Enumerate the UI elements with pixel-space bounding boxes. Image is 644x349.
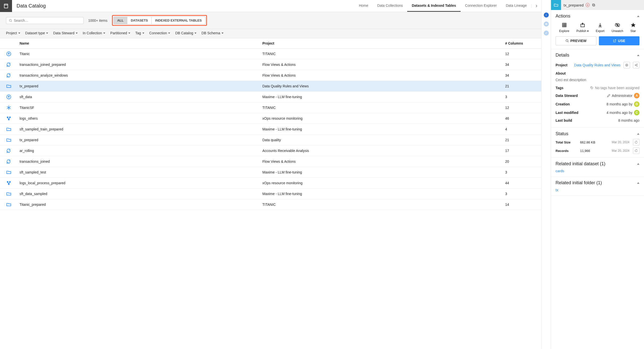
- type-filter-datasets[interactable]: DATASETS: [127, 17, 152, 24]
- action-unwatch[interactable]: Unwatch: [612, 22, 623, 33]
- related-dataset-link[interactable]: cards: [556, 169, 639, 173]
- collapse-related-folder-icon[interactable]: [637, 182, 639, 184]
- filter-tag[interactable]: Tag: [135, 31, 144, 35]
- svg-marker-41: [631, 23, 635, 27]
- column-header-project[interactable]: Project: [262, 41, 505, 45]
- table-row[interactable]: sft_data_sampledMaxime - LLM fine-tuning…: [0, 189, 541, 199]
- row-columns: 21: [505, 84, 535, 88]
- filter-connection[interactable]: Connection: [149, 31, 170, 35]
- project-label: Project: [556, 63, 567, 67]
- status-error-icon[interactable]: ✕: [586, 3, 590, 7]
- panel-title: tx_prepared: [564, 3, 584, 7]
- column-header-name[interactable]: Name: [20, 41, 262, 45]
- modified-value: 4 months ago by: [606, 111, 632, 115]
- svg-line-23: [8, 183, 9, 184]
- collapse-actions-icon[interactable]: [637, 16, 639, 17]
- svg-line-43: [568, 41, 568, 42]
- nav-tab-home[interactable]: Home: [354, 0, 373, 12]
- steward-value: Administrator: [612, 94, 632, 98]
- search-icon: [565, 39, 569, 43]
- nav-tab-connection-explorer[interactable]: Connection Explorer: [461, 0, 501, 12]
- use-button[interactable]: USE: [599, 36, 640, 45]
- project-link[interactable]: Data Quality Rules and Views: [574, 63, 620, 67]
- table-row[interactable]: logs_othersxOps resource monitoring46: [0, 113, 541, 124]
- filter-db-schema[interactable]: DB Schema: [201, 31, 224, 35]
- target-icon[interactable]: [623, 62, 630, 68]
- row-columns: 3: [505, 192, 535, 196]
- creation-label: Creation: [556, 102, 570, 106]
- table-row[interactable]: transactions_joined_preparedFlow Views &…: [0, 59, 541, 70]
- filter-in-collection[interactable]: In Collection: [83, 31, 105, 35]
- table-row[interactable]: logs_local_process_preparedxOps resource…: [0, 178, 541, 189]
- avatar-d[interactable]: D: [634, 101, 639, 107]
- collapse-panel-button[interactable]: [531, 4, 541, 8]
- table-row[interactable]: sft_dataMaxime - LLM fine-tuning3: [0, 92, 541, 102]
- related-folder-link[interactable]: tx: [556, 188, 639, 192]
- avatar-c[interactable]: C: [634, 110, 639, 115]
- upload-circle-icon: [6, 51, 20, 57]
- table-row[interactable]: TitanicTITANIC12: [0, 49, 541, 59]
- svg-line-17: [9, 118, 10, 119]
- row-name: logs_others: [20, 116, 262, 120]
- search-input[interactable]: [14, 19, 81, 23]
- filter-db-catalog[interactable]: DB Catalog: [175, 31, 196, 35]
- preview-button[interactable]: PREVIEW: [556, 36, 596, 45]
- refresh-records-button[interactable]: [633, 147, 639, 154]
- app-logo[interactable]: [0, 0, 12, 12]
- folder-icon: [6, 169, 20, 175]
- svg-rect-30: [562, 23, 566, 27]
- share-icon[interactable]: [633, 62, 639, 68]
- type-filter-all[interactable]: ALL: [114, 17, 127, 24]
- collapse-status-icon[interactable]: [637, 133, 639, 135]
- row-columns: 3: [505, 95, 535, 99]
- side-tab-list[interactable]: [544, 22, 549, 27]
- svg-rect-0: [4, 4, 8, 8]
- nav-tab-datasets-indexed-tables[interactable]: Datasets & Indexed Tables: [407, 0, 460, 12]
- nav-tab-data-lineage[interactable]: Data Lineage: [501, 0, 531, 12]
- row-project: Maxime - LLM fine-tuning: [262, 95, 505, 99]
- table-row[interactable]: tx_preparedData Quality Rules and Views2…: [0, 81, 541, 92]
- table-row[interactable]: sft_sampled_testMaxime - LLM fine-tuning…: [0, 167, 541, 178]
- table-row[interactable]: transactions_analyze_windowsFlow Views &…: [0, 70, 541, 81]
- type-filter-highlight: ALLDATASETSINDEXED EXTERNAL TABLES: [112, 15, 207, 26]
- action-explore[interactable]: Explore: [559, 22, 569, 33]
- svg-line-3: [11, 21, 12, 22]
- table-row[interactable]: TitanicSFTITANIC12: [0, 102, 541, 113]
- search-icon: [9, 19, 12, 22]
- table-row[interactable]: transactions_joinedFlow Views & Actions2…: [0, 156, 541, 167]
- edit-icon[interactable]: [607, 94, 610, 97]
- side-tab-info[interactable]: i: [544, 13, 549, 18]
- svg-line-44: [615, 40, 616, 41]
- table-row[interactable]: Titanic_preparedTITANIC14: [0, 199, 541, 210]
- row-project: Flow Views & Actions: [262, 63, 505, 67]
- collapse-related-dataset-icon[interactable]: [637, 163, 639, 165]
- side-tab-check[interactable]: ✓: [544, 31, 549, 36]
- refresh-size-button[interactable]: [633, 139, 639, 145]
- row-project: Data Quality Rules and Views: [262, 84, 505, 88]
- records-value: 11,966: [580, 149, 610, 153]
- search-input-wrap[interactable]: [6, 17, 84, 24]
- filter-data-steward[interactable]: Data Steward: [53, 31, 78, 35]
- table-row[interactable]: tx_preparedData quality21: [0, 135, 541, 145]
- filter-dataset-type[interactable]: Dataset type: [25, 31, 48, 35]
- records-date: Mar 20, 2024: [612, 149, 629, 152]
- row-project: Maxime - LLM fine-tuning: [262, 127, 505, 131]
- tags-value: No tags have been assigned: [595, 86, 639, 90]
- table-row[interactable]: ar_rollingAccounts Receivable Analysis17: [0, 145, 541, 156]
- app-title: Data Catalog: [17, 3, 46, 9]
- row-columns: 14: [505, 203, 535, 207]
- filter-partitioned[interactable]: Partitioned: [110, 31, 130, 35]
- nav-tab-data-collections[interactable]: Data Collections: [373, 0, 407, 12]
- action-export[interactable]: Export: [596, 22, 604, 33]
- action-star[interactable]: Star: [630, 22, 636, 33]
- avatar-a[interactable]: A: [634, 93, 639, 98]
- action-publish[interactable]: Publish ▾: [576, 22, 589, 33]
- column-header-columns[interactable]: # Columns: [505, 41, 535, 45]
- copy-icon[interactable]: [592, 3, 596, 7]
- table-row[interactable]: sft_sampled_train_preparedMaxime - LLM f…: [0, 124, 541, 135]
- svg-rect-22: [8, 184, 10, 185]
- filter-project[interactable]: Project: [6, 31, 20, 35]
- collapse-details-icon[interactable]: [637, 55, 639, 56]
- type-filter-indexed-external-tables[interactable]: INDEXED EXTERNAL TABLES: [152, 17, 205, 24]
- folder-icon: [6, 126, 20, 132]
